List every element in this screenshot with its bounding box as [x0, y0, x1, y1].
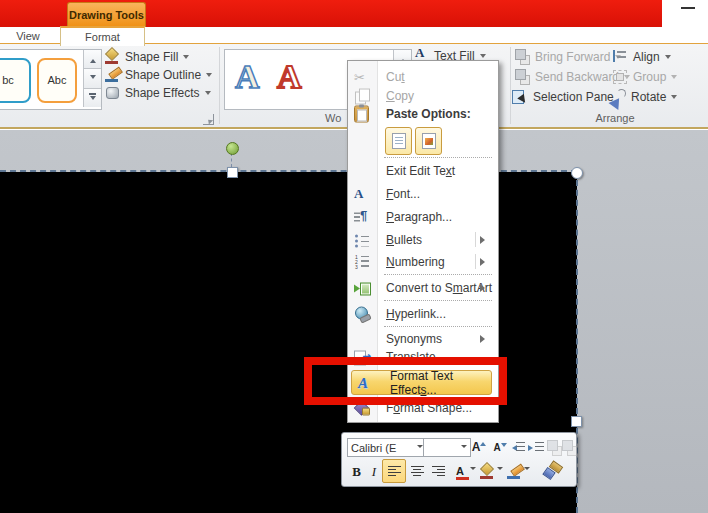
menu-item-translate[interactable]: Translate: [348, 348, 496, 366]
chevron-down-icon: [205, 91, 211, 98]
resize-handle-right[interactable]: [571, 416, 582, 427]
chevron-down-icon: [665, 55, 671, 62]
submenu-arrow-icon: [480, 284, 489, 292]
shape-effects-button[interactable]: Shape Effects: [104, 85, 211, 100]
group-icon: [612, 69, 628, 84]
wordart-style-thumbnail[interactable]: A: [277, 58, 302, 96]
grow-font-icon: A: [472, 440, 481, 454]
menu-item-format-text-effects[interactable]: A Format Text Effects...: [351, 370, 492, 395]
submenu-arrow-icon: [480, 258, 489, 266]
format-shape-icon: [354, 400, 370, 415]
align-icon: [612, 49, 628, 64]
copy-icon: [354, 88, 370, 103]
font-name-select[interactable]: Calibri (E: [347, 438, 427, 457]
chevron-down-icon: [671, 75, 677, 82]
menu-item-hyperlink[interactable]: Hyperlink...: [348, 303, 496, 324]
menu-item-copy[interactable]: Copy: [348, 86, 496, 105]
font-color-dropdown[interactable]: [468, 459, 477, 481]
rotation-handle[interactable]: [226, 142, 239, 155]
minimize-icon[interactable]: [681, 7, 695, 9]
align-button[interactable]: Align: [612, 49, 671, 64]
shrink-font-button[interactable]: A: [487, 437, 507, 457]
grow-font-button[interactable]: A: [466, 437, 486, 457]
group-label: Group: [633, 70, 666, 84]
bold-button[interactable]: B: [347, 460, 366, 483]
format-painter-button[interactable]: [538, 459, 566, 483]
contextual-tab-group-drawing-tools: Drawing Tools: [67, 2, 146, 28]
menu-item-paragraph[interactable]: ¶ Paragraph...: [348, 206, 496, 227]
font-color-icon: A: [456, 465, 464, 477]
group-separator: [219, 47, 220, 124]
menu-separator: [384, 157, 492, 158]
paste-picture-icon: [422, 133, 436, 149]
font-size-select[interactable]: [423, 438, 471, 457]
group-button[interactable]: Group: [612, 69, 677, 84]
arrange-group-label: Arrange: [560, 112, 670, 124]
decrease-indent-button[interactable]: [507, 437, 527, 457]
send-backward-button-mini[interactable]: [560, 437, 577, 457]
align-right-button[interactable]: [427, 459, 449, 483]
menu-item-cut[interactable]: ✂ Cut: [348, 67, 496, 86]
shape-fill-icon: [104, 49, 120, 64]
shape-styles-dialog-launcher-icon[interactable]: [203, 114, 214, 125]
tab-view[interactable]: View: [4, 29, 52, 43]
rotate-label: Rotate: [631, 90, 666, 104]
shape-fill-button-mini[interactable]: [477, 459, 497, 483]
split-divider: [475, 232, 476, 247]
menu-item-format-shape[interactable]: Format Shape...: [348, 397, 496, 418]
resize-handle-top-right[interactable]: [571, 167, 583, 179]
gallery-scroll-down-icon[interactable]: [84, 69, 101, 88]
bring-forward-button[interactable]: Bring Forward: [514, 49, 621, 64]
shape-fill-dropdown[interactable]: [495, 459, 504, 481]
resize-handle-top[interactable]: [227, 167, 238, 178]
selection-pane-button[interactable]: Selection Pane: [512, 89, 614, 104]
chevron-down-icon: [671, 95, 677, 102]
shape-outline-icon: [506, 464, 522, 479]
rotate-button[interactable]: Rotate: [610, 89, 677, 104]
shape-style-thumbnail-partial[interactable]: bc: [0, 58, 31, 103]
shape-effects-label: Shape Effects: [125, 86, 200, 100]
menu-item-font[interactable]: A Font...: [348, 183, 496, 204]
selection-pane-icon: [512, 89, 528, 104]
paste-option-keep-text-button[interactable]: [385, 127, 412, 155]
menu-separator: [384, 326, 492, 327]
menu-item-convert-to-smartart[interactable]: Convert to SmartArt: [348, 277, 496, 298]
font-name-value: Calibri (E: [351, 442, 396, 454]
gallery-more-icon[interactable]: [84, 89, 101, 107]
translate-icon: [354, 350, 370, 365]
wordart-group-label-partial: Wo: [325, 112, 341, 124]
menu-separator: [384, 300, 492, 301]
italic-button[interactable]: I: [366, 460, 382, 483]
align-center-button[interactable]: [406, 459, 428, 483]
mini-toolbar: Calibri (E A A B I A: [341, 432, 577, 487]
menu-item-bullets[interactable]: Bullets: [348, 229, 496, 250]
wordart-style-thumbnail[interactable]: A: [235, 58, 260, 96]
paste-option-picture-button[interactable]: [415, 127, 442, 155]
selection-pane-label: Selection Pane: [533, 90, 614, 104]
shape-outline-button[interactable]: Shape Outline: [104, 67, 212, 82]
decrease-indent-icon: [509, 442, 525, 453]
tab-format[interactable]: Format: [60, 26, 145, 46]
format-painter-icon: [542, 463, 562, 479]
shape-fill-button[interactable]: Shape Fill: [104, 49, 189, 64]
shrink-font-icon: A: [493, 442, 500, 453]
menu-item-numbering[interactable]: Numbering: [348, 251, 496, 272]
font-color-button[interactable]: A: [450, 459, 470, 483]
bring-forward-icon: [514, 49, 530, 64]
increase-indent-button[interactable]: [526, 437, 546, 457]
shape-outline-dropdown[interactable]: [522, 459, 531, 481]
rotation-handle-stem: [231, 153, 232, 167]
shape-fill-label: Shape Fill: [125, 50, 178, 64]
gallery-scroll-up-icon[interactable]: [84, 50, 101, 69]
menu-item-exit-edit-text[interactable]: Exit Edit Text: [348, 160, 496, 181]
align-left-button[interactable]: [382, 459, 406, 483]
shape-style-thumbnail[interactable]: Abc: [37, 58, 77, 103]
shape-outline-button-mini[interactable]: [504, 459, 524, 483]
menu-label-paste-options: Paste Options:: [348, 106, 496, 122]
context-menu: ✂ Cut Copy Paste Options: Exit Edit Text…: [347, 60, 499, 423]
bold-icon: B: [352, 464, 361, 480]
numbering-icon: [354, 254, 370, 269]
chevron-down-icon: [206, 73, 212, 80]
menu-item-synonyms[interactable]: Synonyms: [348, 329, 496, 349]
send-backward-label: Send Backward: [535, 70, 619, 84]
